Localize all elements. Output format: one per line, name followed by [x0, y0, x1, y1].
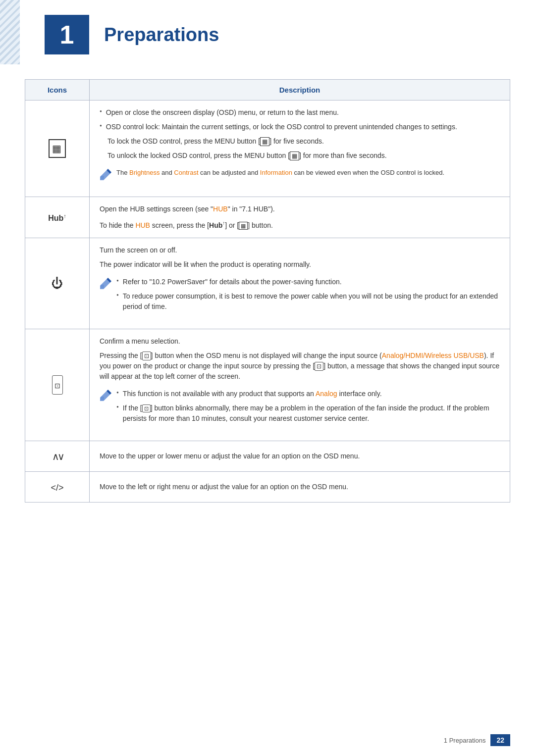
source-icon-cell: ⊡: [25, 329, 90, 441]
col-icons-header: Icons: [25, 80, 90, 101]
table-row: ⏻ Turn the screen on or off. The power i…: [25, 238, 510, 329]
note-pencil-icon-power: [100, 278, 111, 293]
bullet: ●: [116, 390, 119, 396]
note-pencil-icon: [100, 169, 111, 184]
power-text-1: Turn the screen on or off.: [100, 245, 500, 255]
bullet: ●: [116, 404, 119, 410]
menu-description: ● Open or close the onscreen display (OS…: [90, 101, 510, 197]
source-text-1: Confirm a menu selection.: [100, 336, 500, 347]
hub-description: Open the HUB settings screen (see "HUB" …: [90, 197, 510, 238]
note-pencil-icon-source: [100, 390, 111, 404]
analog-text: Analog: [316, 390, 337, 398]
source-note-content: ● This function is not available with an…: [116, 389, 500, 428]
plain-text: To unlock the locked OSD control, press …: [107, 151, 500, 161]
menu-icon-cell: ▦: [25, 101, 90, 197]
power-note-content: ● Refer to "10.2 PowerSaver" for details…: [116, 277, 500, 316]
col-description-header: Description: [90, 80, 510, 101]
leftright-text: Move to the left or right menu or adjust…: [100, 483, 348, 491]
footer-section-label: 1 Preparations: [444, 737, 486, 744]
bullet: ●: [100, 108, 102, 114]
note-block: The Brightness and Contrast can be adjus…: [100, 166, 500, 186]
footer-page-number: 22: [490, 734, 510, 746]
info-table: Icons Description ▦ ● Open or close the …: [25, 79, 510, 503]
updown-icon: ∧∨: [52, 451, 63, 462]
leftright-description: Move to the left or right menu or adjust…: [90, 471, 510, 502]
information-text: Information: [260, 169, 292, 176]
table-row: </> Move to the left or right menu or ad…: [25, 471, 510, 502]
hub-button-label: Hub↑: [209, 221, 225, 229]
hub-text-2: To hide the HUB screen, press the [Hub↑]…: [100, 219, 500, 231]
chapter-number: 1: [60, 20, 74, 50]
source-description: Confirm a menu selection. Pressing the […: [90, 329, 510, 441]
power-description: Turn the screen on or off. The power ind…: [90, 238, 510, 329]
source-note-1: This function is not available with any …: [123, 389, 500, 399]
bullet-text: Open or close the onscreen display (OSD)…: [106, 107, 500, 118]
table-row: ▦ ● Open or close the onscreen display (…: [25, 101, 510, 197]
note-block-power: ● Refer to "10.2 PowerSaver" for details…: [100, 275, 500, 318]
source-icon: ⊡: [52, 375, 63, 395]
hub-label-2: HUB: [135, 221, 150, 229]
menu-icon: ▦: [49, 139, 66, 158]
power-icon-cell: ⏻: [25, 238, 90, 329]
bullet-text: OSD control lock: Maintain the current s…: [106, 122, 500, 132]
hub-text-1: Open the HUB settings screen (see "HUB" …: [100, 204, 500, 214]
contrast-text: Contrast: [174, 169, 198, 176]
updown-icon-cell: ∧∨: [25, 441, 90, 471]
leftright-icon: </>: [51, 483, 63, 493]
power-icon: ⏻: [52, 276, 63, 290]
source-options: Analog/HDMI/Wireless USB/USB: [382, 352, 484, 359]
table-row: ∧∨ Move to the upper or lower menu or ad…: [25, 441, 510, 471]
bullet: ●: [116, 278, 119, 284]
hub-label: HUB: [213, 205, 228, 213]
bullet: ●: [100, 123, 102, 129]
leftright-icon-cell: </>: [25, 471, 90, 502]
stripe-bar: [0, 0, 20, 64]
table-row: ⊡ Confirm a menu selection. Pressing the…: [25, 329, 510, 441]
footer: 1 Preparations 22: [0, 734, 535, 746]
plain-text: To lock the OSD control, press the MENU …: [107, 136, 500, 147]
hub-icon: Hub↑: [48, 214, 66, 222]
note-block-source: ● This function is not available with an…: [100, 387, 500, 430]
page-title: Preparations: [104, 24, 219, 46]
power-bullet-2: To reduce power consumption, it is best …: [123, 291, 500, 312]
brightness-text: Brightness: [129, 169, 160, 176]
chapter-number-block: 1: [45, 15, 89, 54]
source-note-2: If the [⊡] button blinks abnormally, the…: [123, 403, 500, 424]
source-text-2: Pressing the [⊡] button when the OSD men…: [100, 351, 500, 382]
power-text-2: The power indicator will be lit when the…: [100, 259, 500, 270]
table-row: Hub↑ Open the HUB settings screen (see "…: [25, 197, 510, 238]
updown-text: Move to the upper or lower menu or adjus…: [100, 452, 360, 460]
note-text: The Brightness and Contrast can be adjus…: [116, 168, 444, 178]
updown-description: Move to the upper or lower menu or adjus…: [90, 441, 510, 471]
hub-icon-cell: Hub↑: [25, 197, 90, 238]
power-bullet-1: Refer to "10.2 PowerSaver" for details a…: [123, 277, 500, 287]
bullet: ●: [116, 292, 119, 298]
